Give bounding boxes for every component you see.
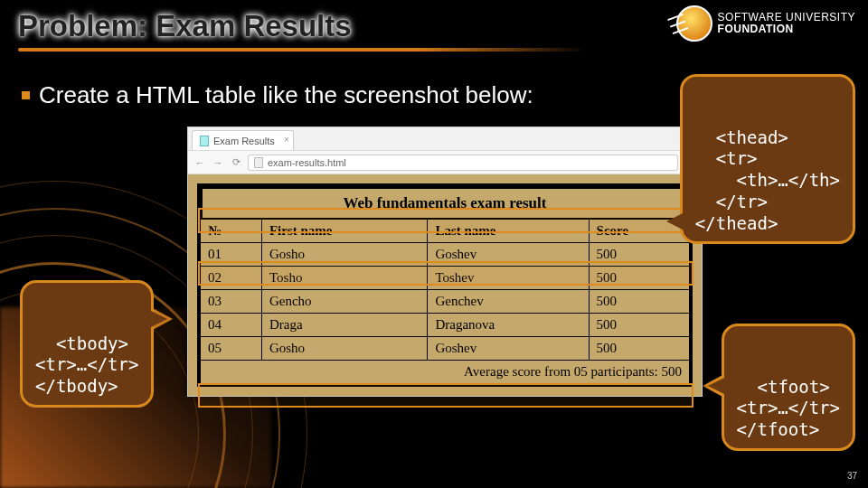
slide-number: 37 — [847, 471, 857, 481]
close-icon[interactable]: × — [284, 135, 289, 145]
title-underline — [18, 48, 588, 52]
page-body: Web fundamentals exam result № First nam… — [188, 174, 702, 396]
page-icon — [254, 157, 263, 168]
callout-tfoot: <tfoot> <tr>…</tr> </tfoot> — [722, 324, 855, 451]
browser-window: Exam Results × ← → ⟳ exam-results.html ≡… — [187, 127, 703, 397]
table-foot: Average score from 05 participants: 500 — [201, 361, 690, 384]
callout-tfoot-code: <tfoot> <tr>…</tr> </tfoot> — [737, 377, 840, 440]
callout-tbody-code: <tbody> <tr>…</tr> </tbody> — [35, 333, 138, 397]
lightbulb-icon — [676, 5, 712, 42]
tab-label: Exam Results — [213, 136, 275, 146]
bullet-text: Create a HTML table like the screenshot … — [39, 81, 533, 109]
back-icon[interactable]: ← — [193, 157, 206, 168]
file-icon — [200, 136, 209, 146]
col-num: № — [201, 220, 262, 243]
callout-tbody: <tbody> <tr>…</tr> </tbody> — [20, 280, 154, 408]
callout-thead-code: <thead> <tr> <th>…</th> </tr> </thead> — [695, 127, 840, 233]
footer-cell: Average score from 05 participants: 500 — [201, 361, 690, 384]
bullet-icon — [22, 91, 30, 99]
bullet-line: Create a HTML table like the screenshot … — [22, 81, 533, 109]
url-field[interactable]: exam-results.html — [248, 155, 678, 171]
logo: SOFTWARE UNIVERSITY FOUNDATION — [676, 5, 855, 42]
table-row: 02ToshoToshev500 — [201, 267, 690, 290]
slide-title: Problem: Exam Results — [18, 9, 352, 43]
logo-line2: FOUNDATION — [718, 23, 855, 35]
table-caption: Web fundamentals exam result — [200, 186, 690, 219]
url-text: exam-results.html — [268, 157, 346, 168]
forward-icon[interactable]: → — [212, 157, 224, 168]
callout-thead: <thead> <tr> <th>…</th> </tr> </thead> — [680, 74, 855, 244]
table-head: № First name Last name Score — [201, 220, 690, 243]
browser-urlbar: ← → ⟳ exam-results.html ≡ — [188, 151, 702, 174]
table-row: 04DragaDraganova500 — [201, 314, 690, 337]
table-row: 03GenchoGenchev500 — [201, 290, 690, 314]
table-row: 01GoshoGoshev500 — [201, 243, 690, 267]
browser-tab[interactable]: Exam Results × — [192, 130, 294, 150]
reload-icon[interactable]: ⟳ — [230, 156, 242, 168]
table-row: 05GoshoGoshev500 — [201, 337, 690, 361]
col-first: First name — [261, 220, 427, 243]
browser-tabbar: Exam Results × — [188, 127, 702, 151]
col-last: Last name — [428, 220, 589, 243]
exam-table: Web fundamentals exam result № First nam… — [200, 186, 690, 384]
table-body: 01GoshoGoshev500 02ToshoToshev500 03Genc… — [201, 243, 690, 361]
